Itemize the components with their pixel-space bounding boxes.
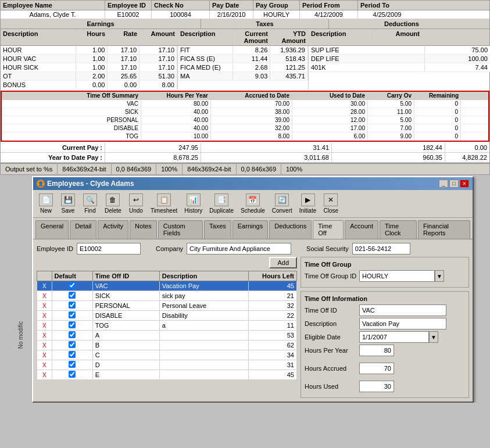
default-cell[interactable] [52, 281, 92, 291]
pay-date-header: Pay Date [210, 1, 253, 10]
table-row[interactable]: X VAC Vacation Pay 45 [37, 281, 297, 291]
tab-general[interactable]: General [35, 220, 69, 239]
delete-cell[interactable]: X [37, 350, 52, 360]
close-button[interactable]: ✕ [460, 180, 469, 188]
table-row[interactable]: X PERSONAL Personal Leave 32 [37, 301, 297, 311]
timeoff-info-title: Time Off Information [305, 295, 465, 302]
tab-detail[interactable]: Detail [70, 220, 96, 239]
hours-per-year-input[interactable] [359, 345, 394, 356]
table-row[interactable]: X A 53 [37, 331, 297, 341]
eligible-date-label: Eligible Date [305, 334, 357, 341]
save-button[interactable]: 💾 Save [58, 192, 78, 216]
current-pay-earnings: 247.95 [105, 143, 201, 152]
timeoff-group-id-input-group: ▼ [359, 270, 444, 282]
tab-earnings[interactable]: Earnings [233, 220, 268, 239]
delete-cell[interactable]: X [37, 370, 52, 380]
tab-deductions[interactable]: Deductions [269, 220, 312, 239]
timeoff-group-id-dropdown[interactable]: ▼ [435, 270, 444, 282]
timeoff-description-input[interactable] [359, 318, 446, 329]
hours-used-row: Hours Used [305, 381, 465, 392]
tab-taxes[interactable]: Taxes [204, 220, 231, 239]
table-row[interactable]: X D 31 [37, 360, 297, 370]
maximize-button[interactable]: □ [449, 180, 459, 188]
find-button[interactable]: 🔍 Find [80, 192, 101, 216]
default-cell[interactable] [52, 311, 92, 321]
tab-time-off[interactable]: Time Off [313, 220, 344, 239]
timeoff-group-id-input[interactable] [359, 270, 435, 282]
default-cell[interactable] [52, 370, 92, 380]
right-panels: Time Off Group Time Off Group ID ▼ Time … [301, 257, 469, 398]
table-row[interactable]: X DISABLE Disability 22 [37, 311, 297, 321]
table-row[interactable]: X C 34 [37, 350, 297, 360]
tab-time-clock[interactable]: Time Clock [380, 220, 417, 239]
delete-cell[interactable]: X [37, 281, 52, 291]
tab-financial-reports[interactable]: Financial Reports [418, 220, 470, 239]
default-cell[interactable] [52, 341, 92, 350]
current-pay-label: Current Pay : [1, 143, 105, 152]
save-icon: 💾 [61, 193, 75, 206]
hours-left-cell: 34 [248, 350, 296, 360]
hours-left-cell: 31 [248, 360, 296, 370]
table-row[interactable]: X TOG a 11 [37, 321, 297, 331]
schedule-icon: 📅 [246, 193, 260, 206]
delete-cell[interactable]: X [37, 321, 52, 331]
delete-button[interactable]: 🗑 Delete [102, 192, 124, 216]
close-icon: ✕ [324, 193, 338, 206]
status-zoom1: 100% [156, 164, 183, 174]
timeoff-info-panel: Time Off Information Time Off ID Descrip… [301, 291, 469, 398]
tob-atd-header: Accrued to Date [211, 92, 292, 99]
delete-cell[interactable]: X [37, 331, 52, 341]
th-timeoff-id: Time Off ID [92, 271, 159, 281]
table-row[interactable]: X SICK sick pay 21 [37, 291, 297, 301]
default-cell[interactable] [52, 350, 92, 360]
schedule-button[interactable]: 📅 Schedule [238, 192, 268, 216]
ytd-pay-label: Year to Date Pay : [1, 153, 105, 162]
timesheet-button[interactable]: 📋 Timesheet [148, 192, 180, 216]
history-button[interactable]: 📊 History [181, 192, 205, 216]
initiate-button[interactable]: ▶ Initiate [296, 192, 319, 216]
timeoff-id-cell: VAC [92, 281, 159, 291]
employee-id-input[interactable] [77, 243, 141, 255]
delete-cell[interactable]: X [37, 301, 52, 311]
delete-cell[interactable]: X [37, 291, 52, 301]
delete-cell[interactable]: X [37, 341, 52, 350]
window-controls[interactable]: _ □ ✕ [439, 180, 469, 188]
deductions-column: SUP LIFE 75.00 DEP LIFE 100.00 401K 7.44 [309, 46, 490, 89]
new-button[interactable]: 📄 New [35, 192, 56, 216]
tab-custom-fields[interactable]: Custom Fields [158, 220, 203, 239]
employees-window: 👤 Employees - Clyde Adams _ □ ✕ 📄 New 💾 … [32, 176, 474, 403]
timeoff-id-input[interactable] [359, 304, 446, 316]
hours-accrued-input[interactable] [359, 363, 394, 374]
delete-cell[interactable]: X [37, 360, 52, 370]
eligible-date-input[interactable] [359, 331, 429, 343]
tab-account[interactable]: Account [345, 220, 378, 239]
duplicate-button[interactable]: 📑 Duplicate [206, 192, 237, 216]
social-security-input[interactable] [352, 243, 410, 255]
default-cell[interactable] [52, 291, 92, 301]
table-row[interactable]: X B 62 [37, 341, 297, 350]
add-button[interactable]: Add [269, 257, 297, 268]
default-cell[interactable] [52, 331, 92, 341]
company-input[interactable] [187, 243, 291, 255]
period-from-header: Period From [300, 1, 358, 10]
undo-button[interactable]: ↩ Undo [126, 192, 146, 216]
convert-button[interactable]: 🔄 Convert [269, 192, 295, 216]
default-cell[interactable] [52, 321, 92, 331]
default-cell[interactable] [52, 301, 92, 311]
timeoff-id-label: Time Off ID [305, 307, 357, 314]
delete-cell[interactable]: X [37, 311, 52, 321]
rate-col-header: Rate [108, 29, 140, 45]
default-cell[interactable] [52, 360, 92, 370]
tab-notes[interactable]: Notes [130, 220, 157, 239]
hours-left-cell: 62 [248, 341, 296, 350]
tab-activity[interactable]: Activity [98, 220, 128, 239]
hours-accrued-label: Hours Accrued [305, 365, 357, 372]
minimize-button[interactable]: _ [439, 180, 448, 188]
close-toolbar-button[interactable]: ✕ Close [320, 192, 341, 216]
eligible-date-dropdown[interactable]: ▼ [429, 331, 438, 343]
timeoff-id-cell: D [92, 360, 159, 370]
table-row[interactable]: X E 45 [37, 370, 297, 380]
timeoff-summary-box: Time Off Summary Hours Per Year Accrued … [1, 91, 489, 142]
hours-used-input[interactable] [359, 381, 394, 392]
eligible-date-group: ▼ [359, 331, 438, 343]
